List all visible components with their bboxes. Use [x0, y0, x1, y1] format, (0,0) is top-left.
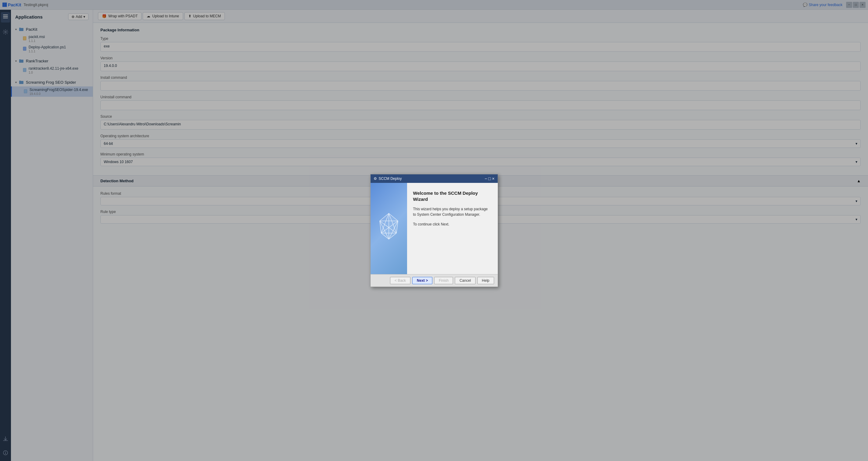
next-button[interactable]: Next >: [412, 277, 432, 284]
dialog-hint: To continue click Next.: [413, 222, 492, 226]
dialog-heading: Welcome to the SCCM Deploy Wizard: [413, 190, 492, 202]
dialog-graphic: [371, 183, 407, 274]
sccm-dialog-icon: ⚙: [374, 177, 377, 181]
dialog-close-button[interactable]: ×: [492, 176, 494, 181]
sccm-dialog-title: SCCM Deploy: [379, 177, 402, 181]
help-button[interactable]: Help: [477, 277, 494, 284]
dialog-overlay: ⚙ SCCM Deploy − □ ×: [0, 0, 868, 461]
cancel-button[interactable]: Cancel: [455, 277, 475, 284]
dialog-footer: < Back Next > Finish Cancel Help: [371, 274, 498, 287]
dialog-title-bar: ⚙ SCCM Deploy − □ ×: [371, 174, 498, 183]
crystal-icon: [375, 212, 403, 245]
dialog-content: Welcome to the SCCM Deploy Wizard This w…: [407, 183, 498, 274]
dialog-body: Welcome to the SCCM Deploy Wizard This w…: [371, 183, 498, 274]
sccm-dialog: ⚙ SCCM Deploy − □ ×: [370, 174, 498, 287]
back-button[interactable]: < Back: [390, 277, 410, 284]
dialog-minimize-button[interactable]: −: [485, 176, 487, 181]
dialog-description: This wizard helps you deploy a setup pac…: [413, 206, 492, 217]
dialog-maximize-button[interactable]: □: [488, 176, 491, 181]
finish-button[interactable]: Finish: [434, 277, 453, 284]
